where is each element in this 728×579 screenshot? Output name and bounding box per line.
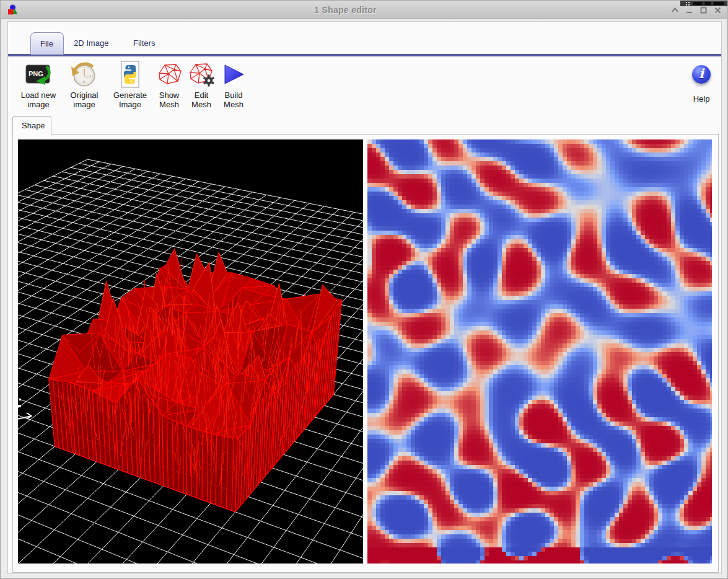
build-mesh-label-2: Mesh bbox=[224, 100, 243, 109]
toolbar: PNG Load new image 3 6 bbox=[8, 57, 721, 131]
mesh-3d-viewport[interactable] bbox=[18, 139, 363, 564]
original-image-label-1: Original bbox=[71, 91, 99, 100]
window-controls bbox=[671, 6, 722, 14]
triangle-mesh-icon bbox=[154, 58, 184, 91]
load-new-image-button[interactable]: PNG Load new image bbox=[15, 58, 62, 109]
generate-image-label-2: Image bbox=[119, 100, 141, 109]
generate-image-button[interactable]: Generate Image bbox=[106, 58, 154, 109]
shape-editor-window: 1 Shape editor File bbox=[0, 0, 728, 579]
png-import-icon: PNG bbox=[24, 58, 53, 91]
tab-filters-label: Filters bbox=[133, 38, 155, 48]
edit-mesh-button[interactable]: Edit Mesh bbox=[184, 58, 219, 109]
svg-text:PNG: PNG bbox=[29, 70, 43, 77]
close-button[interactable] bbox=[714, 6, 722, 14]
edit-mesh-label-2: Mesh bbox=[191, 100, 211, 109]
history-clock-icon: 3 6 bbox=[70, 58, 99, 91]
original-image-label-2: image bbox=[73, 100, 95, 109]
main-frame: File 2D Image Filters PNG bbox=[7, 21, 722, 574]
tab-2d-image[interactable]: 2D Image bbox=[68, 36, 115, 50]
window-title: 1 Shape editor bbox=[1, 5, 690, 15]
show-mesh-label-2: Mesh bbox=[159, 100, 179, 109]
shape-pane bbox=[12, 134, 719, 573]
tab-shape-label: Shape bbox=[22, 121, 45, 130]
grip-dots-icon bbox=[686, 2, 687, 3]
original-image-button[interactable]: 3 6 Original image bbox=[61, 58, 108, 109]
background-window-fragment bbox=[680, 1, 727, 6]
minimize-button[interactable] bbox=[685, 6, 693, 14]
help-label: Help bbox=[693, 94, 710, 104]
maximize-button[interactable] bbox=[699, 6, 708, 14]
build-mesh-button[interactable]: Build Mesh bbox=[216, 58, 251, 109]
shade-button[interactable] bbox=[671, 6, 679, 14]
mesh-gear-icon bbox=[186, 58, 216, 91]
python-file-icon bbox=[118, 58, 142, 91]
generate-image-label-1: Generate bbox=[113, 91, 147, 100]
play-icon bbox=[221, 58, 246, 91]
main-tab-bar: File 2D Image Filters bbox=[8, 22, 721, 56]
tab-filters[interactable]: Filters bbox=[127, 36, 161, 50]
tab-file-label: File bbox=[40, 39, 53, 48]
tab-underline bbox=[8, 54, 721, 56]
show-mesh-button[interactable]: Show Mesh bbox=[152, 58, 186, 109]
edit-mesh-label-1: Edit bbox=[195, 91, 208, 100]
tab-shape[interactable]: Shape bbox=[12, 116, 51, 135]
show-mesh-label-1: Show bbox=[159, 91, 180, 100]
title-bar[interactable]: 1 Shape editor bbox=[1, 1, 727, 19]
build-mesh-label-1: Build bbox=[225, 91, 243, 100]
load-new-image-label-2: image bbox=[27, 100, 49, 109]
info-sphere-icon: i bbox=[692, 58, 711, 91]
help-button[interactable]: i Help bbox=[683, 58, 720, 104]
pattern-2d-image-view[interactable] bbox=[367, 139, 712, 564]
load-new-image-label-1: Load new bbox=[21, 91, 56, 100]
tab-2d-image-label: 2D Image bbox=[74, 38, 108, 48]
tab-file[interactable]: File bbox=[30, 32, 64, 55]
